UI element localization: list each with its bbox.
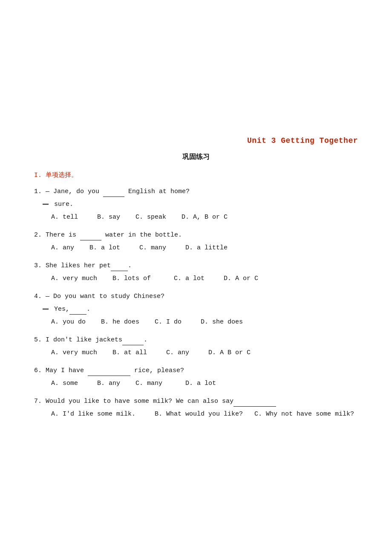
blank-7 xyxy=(233,400,276,407)
question-7-stem: 7. Would you like to have some milk? We … xyxy=(34,396,358,407)
question-7-options: A. I'd like some milk. B. What would you… xyxy=(51,409,358,419)
question-6-options: A. some B. any C. many D. a lot xyxy=(51,379,358,389)
question-5: 5. I don't like jackets. A. very much B.… xyxy=(34,335,358,358)
question-2: 2. There is water in the bottle. A. any … xyxy=(34,230,358,253)
section-label: I. 单项选择。 xyxy=(34,171,358,179)
blank-5 xyxy=(122,338,144,345)
question-1-stem: 1. — Jane, do you English at home? xyxy=(34,187,358,197)
question-4-response: Yes,. xyxy=(43,304,358,315)
question-1-options: A. tell B. say C. speak D. A, B or C xyxy=(51,212,358,223)
blank-1 xyxy=(103,190,124,197)
question-4-options: A. you do B. he does C. I do D. she does xyxy=(51,317,358,327)
question-7: 7. Would you like to have some milk? We … xyxy=(34,396,358,419)
subtitle: 巩固练习 xyxy=(34,153,358,162)
top-spacer xyxy=(34,17,358,136)
question-5-options: A. very much B. at all C. any D. A B or … xyxy=(51,348,358,358)
blank-2 xyxy=(80,234,101,240)
question-4: 4. — Do you want to study Chinese? Yes,.… xyxy=(34,292,358,327)
blank-6 xyxy=(88,369,130,376)
question-3: 3. She likes her pet. A. very much B. lo… xyxy=(34,261,358,284)
question-6: 6. May I have rice, please? A. some B. a… xyxy=(34,366,358,389)
question-6-stem: 6. May I have rice, please? xyxy=(34,366,358,376)
question-3-options: A. very much B. lots of C. a lot D. A or… xyxy=(51,274,358,284)
unit-title: Unit 3 Getting Together xyxy=(34,136,358,145)
question-2-stem: 2. There is water in the bottle. xyxy=(34,230,358,240)
blank-3 xyxy=(111,264,128,271)
blank-4 xyxy=(69,308,86,315)
question-1-response: sure. xyxy=(43,199,358,210)
question-2-options: A. any B. a lot C. many D. a little xyxy=(51,243,358,253)
question-4-stem: 4. — Do you want to study Chinese? xyxy=(34,292,358,302)
question-3-stem: 3. She likes her pet. xyxy=(34,261,358,271)
question-1: 1. — Jane, do you English at home? sure.… xyxy=(34,187,358,223)
question-5-stem: 5. I don't like jackets. xyxy=(34,335,358,345)
